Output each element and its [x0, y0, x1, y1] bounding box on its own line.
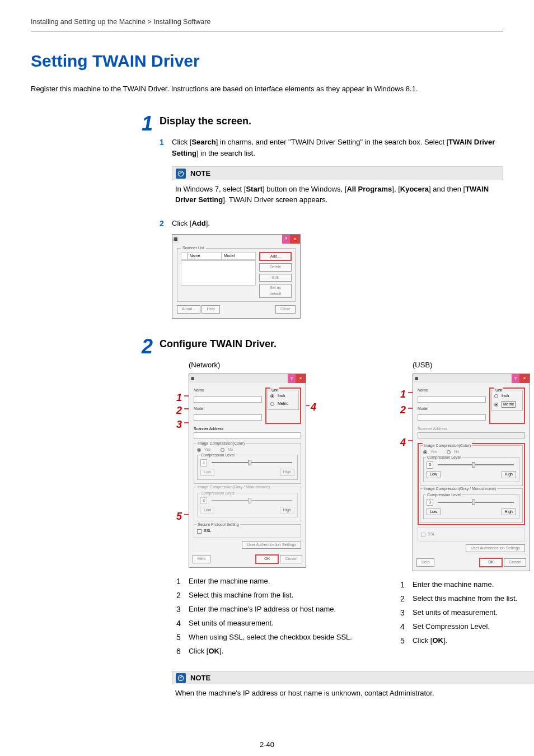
- sub-1-num: 1: [160, 137, 172, 158]
- dialog-help-button[interactable]: ?: [282, 235, 290, 244]
- network-config-dialog: ▦ ? × Name Model: [189, 374, 306, 568]
- help-button[interactable]: Help: [202, 305, 219, 314]
- note-2-header: NOTE: [172, 671, 534, 685]
- scanner-address-input: [418, 432, 525, 438]
- callout-2: 2: [176, 403, 182, 418]
- group-scanner-list: Scanner List: [181, 245, 206, 251]
- page-title: Setting TWAIN Driver: [31, 48, 503, 73]
- sub-2-text: Click [Add].: [172, 218, 503, 230]
- callout-4: 4: [311, 400, 316, 415]
- add-button[interactable]: Add...: [259, 252, 292, 262]
- sub-1-text: Click [Search] in charms, and enter "TWA…: [172, 137, 503, 158]
- col-name: Name: [188, 252, 222, 260]
- dialog-app-icon: ▦: [172, 235, 179, 244]
- dialog-close-button[interactable]: ×: [290, 235, 300, 244]
- edit-button[interactable]: Edit: [259, 274, 292, 282]
- breadcrumb: Installing and Setting up the Machine > …: [31, 17, 503, 31]
- step-1-title: Display the screen.: [160, 114, 503, 129]
- intro-text: Register this machine to the TWAIN Drive…: [31, 83, 503, 95]
- callout-u1: 1: [400, 387, 406, 402]
- dialog-close-button[interactable]: ×: [296, 374, 306, 383]
- note-icon: [176, 169, 186, 179]
- step-2-number: 2: [134, 337, 160, 711]
- ok-button[interactable]: OK: [479, 558, 503, 567]
- inch-radio[interactable]: [270, 394, 274, 398]
- name-input[interactable]: [194, 396, 262, 403]
- usb-item-1: Enter the machine name.: [413, 579, 534, 591]
- step-2-title: Configure TWAIN Driver.: [160, 337, 534, 352]
- dialog-close-button[interactable]: ×: [519, 374, 530, 383]
- help-button[interactable]: Help: [416, 558, 434, 567]
- net-item-5: When using SSL, select the checkbox besi…: [189, 632, 373, 643]
- usb-config-dialog: ▦ ? × Name Model: [413, 374, 530, 571]
- dialog-app-icon: ▦: [189, 374, 196, 383]
- net-item-1: Enter the machine name.: [189, 576, 373, 587]
- usb-label: (USB): [413, 360, 534, 371]
- help-button[interactable]: Help: [193, 555, 210, 563]
- usb-item-5: Click [OK].: [413, 635, 534, 647]
- dialog-help-button[interactable]: ?: [512, 374, 519, 383]
- metric-radio[interactable]: [494, 403, 498, 407]
- net-item-3: Enter the machine's IP address or host n…: [189, 604, 373, 615]
- callout-3: 3: [176, 417, 182, 432]
- name-input[interactable]: [418, 396, 486, 403]
- inch-radio[interactable]: [494, 394, 498, 398]
- page-number: 2-40: [31, 739, 503, 750]
- callout-u2: 2: [400, 403, 406, 418]
- net-item-4: Set units of measurement.: [189, 618, 373, 629]
- note-1-header: NOTE: [172, 166, 503, 180]
- color-slider[interactable]: [472, 462, 475, 468]
- dialog-app-icon: ▦: [413, 374, 420, 383]
- dialog-title-text: [179, 235, 282, 244]
- cancel-button[interactable]: Cancel: [504, 558, 526, 567]
- gray-slider[interactable]: [248, 498, 251, 503]
- delete-button[interactable]: Delete: [259, 263, 292, 272]
- about-button[interactable]: About...: [177, 305, 200, 314]
- gray-slider[interactable]: [472, 500, 475, 505]
- user-auth-button[interactable]: User Authentication Settings: [466, 544, 525, 553]
- model-select[interactable]: [418, 414, 486, 421]
- network-label: (Network): [189, 360, 373, 371]
- color-slider[interactable]: [248, 460, 251, 465]
- note-icon: [176, 673, 186, 683]
- usb-item-3: Set units of measurement.: [413, 607, 534, 619]
- scanner-list-area[interactable]: [181, 260, 256, 286]
- model-select[interactable]: [194, 414, 262, 421]
- sub-2-num: 2: [160, 218, 172, 230]
- step-1-number: 1: [134, 114, 160, 325]
- metric-radio[interactable]: [270, 402, 274, 406]
- callout-u4: 4: [400, 435, 406, 450]
- scanner-address-input[interactable]: [194, 432, 301, 438]
- usb-item-2: Select this machine from the list.: [413, 593, 534, 605]
- user-auth-button[interactable]: User Authentication Settings: [242, 541, 301, 549]
- name-label: Name: [194, 388, 227, 394]
- cancel-button[interactable]: Cancel: [280, 555, 302, 563]
- net-item-6: Click [OK].: [189, 646, 373, 657]
- ssl-checkbox[interactable]: [197, 529, 202, 534]
- note-1-body: In Windows 7, select [Start] button on t…: [172, 180, 503, 209]
- dialog-help-button[interactable]: ?: [288, 374, 296, 383]
- col-model: Model: [222, 252, 256, 260]
- close-button[interactable]: Close: [275, 305, 296, 314]
- callout-5: 5: [176, 509, 182, 524]
- ok-button[interactable]: OK: [255, 554, 279, 564]
- name-label: Name: [418, 388, 451, 394]
- model-label: Model: [418, 406, 451, 412]
- default-button[interactable]: Set as default: [259, 284, 292, 298]
- note-2-body: When the machine's IP address or host na…: [172, 684, 534, 702]
- model-label: Model: [194, 406, 227, 412]
- scanner-address-label: Scanner Address: [194, 427, 223, 431]
- scanner-list-dialog: ▦ ? × Scanner List Name Model: [172, 234, 301, 319]
- usb-item-4: Set Compression Level.: [413, 621, 534, 633]
- net-item-2: Select this machine from the list.: [189, 590, 373, 601]
